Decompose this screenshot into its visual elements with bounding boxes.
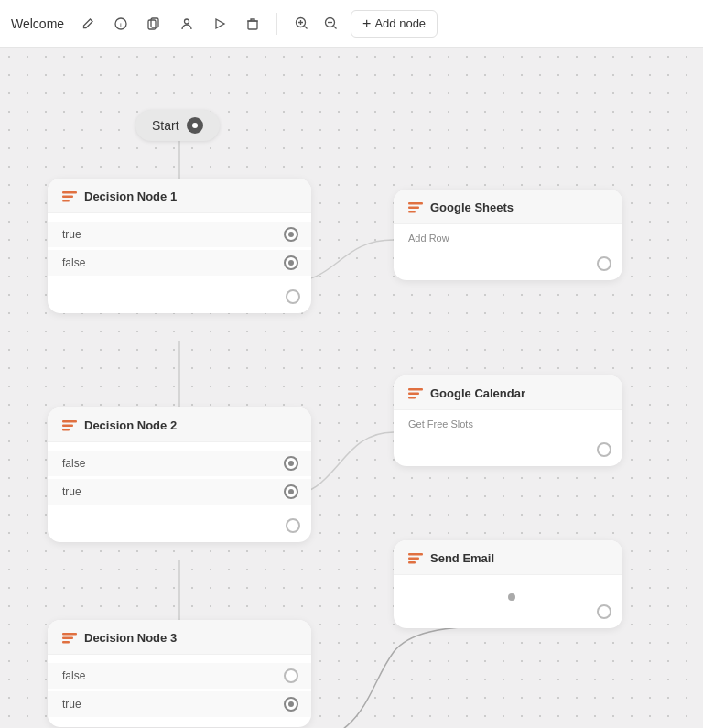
workflow-title: Welcome — [11, 16, 64, 31]
port-true-out-3[interactable] — [284, 697, 298, 712]
google-calendar-subtitle: Get Free Slots — [408, 418, 608, 429]
svg-rect-26 — [408, 561, 416, 564]
decision-node-1[interactable]: Decision Node 1 true false — [48, 179, 311, 313]
delete-button[interactable] — [240, 11, 265, 37]
svg-rect-25 — [408, 557, 419, 560]
google-calendar-body: Get Free Slots — [394, 410, 622, 433]
user-button[interactable] — [174, 11, 200, 37]
google-sheets-header: Google Sheets — [394, 190, 622, 224]
send-email-connector-dot — [508, 593, 515, 601]
toolbar: Welcome i — [0, 0, 703, 48]
start-node[interactable]: Start — [135, 110, 220, 141]
send-email-icon — [408, 553, 423, 564]
decision-node-2-row-true: true — [48, 479, 311, 505]
start-dot — [187, 117, 203, 134]
play-button[interactable] — [207, 11, 233, 37]
svg-rect-20 — [408, 211, 416, 213]
google-sheets-subtitle: Add Row — [408, 233, 608, 244]
svg-rect-15 — [62, 633, 77, 636]
info-icon: i — [114, 17, 127, 30]
google-sheets-title: Google Sheets — [430, 201, 514, 214]
svg-marker-5 — [216, 19, 224, 28]
port-false-out-3[interactable] — [284, 668, 298, 683]
svg-rect-16 — [62, 636, 73, 639]
svg-rect-17 — [62, 641, 70, 644]
decision-node-3[interactable]: Decision Node 3 false true — [48, 620, 311, 727]
google-sheets-node[interactable]: Google Sheets Add Row — [394, 190, 622, 280]
port-true-out[interactable] — [284, 227, 298, 242]
google-calendar-node[interactable]: Google Calendar Get Free Slots — [394, 375, 622, 466]
node-output-port-2[interactable] — [286, 518, 300, 533]
info-button[interactable]: i — [108, 11, 134, 37]
edit-button[interactable] — [75, 11, 101, 37]
decision-node-1-header: Decision Node 1 — [48, 179, 311, 213]
zoom-controls — [288, 11, 343, 37]
decision-node-1-title: Decision Node 1 — [84, 190, 177, 203]
decision-node-1-footer — [48, 286, 311, 313]
decision-node-1-body: true false — [48, 213, 311, 286]
port-false-out[interactable] — [284, 255, 298, 270]
decision-node-2-row-false: false — [48, 451, 311, 476]
google-calendar-title: Google Calendar — [430, 386, 525, 400]
send-email-body — [394, 575, 622, 595]
user-icon — [180, 17, 193, 30]
svg-rect-24 — [408, 553, 423, 556]
workflow-canvas: Start Decision Node 1 true false — [0, 48, 703, 728]
add-node-button[interactable]: + Add node — [351, 10, 438, 38]
svg-rect-23 — [408, 397, 416, 399]
send-email-header: Send Email — [394, 540, 622, 575]
decision-node-2-header: Decision Node 2 — [48, 407, 311, 442]
port-false-out-2[interactable] — [284, 456, 298, 471]
svg-rect-10 — [62, 195, 73, 198]
trash-icon — [246, 17, 259, 30]
decision-node-3-row-false: false — [48, 663, 311, 689]
zoom-out-button[interactable] — [318, 11, 343, 37]
svg-rect-6 — [248, 21, 257, 29]
decision-node-3-row-true: true — [48, 691, 311, 717]
send-email-title: Send Email — [430, 551, 494, 565]
decision-node-1-row-false: false — [48, 250, 311, 276]
google-calendar-header: Google Calendar — [394, 375, 622, 410]
svg-rect-11 — [62, 200, 70, 202]
send-email-node[interactable]: Send Email — [394, 540, 622, 628]
svg-rect-13 — [62, 424, 73, 427]
decision-node-2[interactable]: Decision Node 2 false true — [48, 407, 311, 542]
copy-button[interactable] — [141, 11, 167, 37]
svg-text:i: i — [120, 21, 122, 29]
decision-node-1-row-true: true — [48, 222, 311, 247]
edit-icon — [81, 17, 94, 30]
google-sheets-icon — [408, 202, 423, 213]
zoom-in-icon — [295, 16, 308, 30]
google-sheets-output-port[interactable] — [597, 256, 611, 271]
decision-node-1-icon — [62, 191, 77, 202]
send-email-footer — [394, 595, 622, 628]
decision-node-3-title: Decision Node 3 — [84, 631, 177, 645]
svg-rect-14 — [62, 429, 70, 431]
zoom-out-icon — [324, 16, 338, 30]
play-icon — [213, 17, 226, 30]
svg-rect-9 — [62, 191, 77, 194]
zoom-in-button[interactable] — [288, 11, 314, 37]
copy-icon — [147, 17, 160, 30]
toolbar-divider — [276, 13, 277, 35]
decision-node-3-header: Decision Node 3 — [48, 620, 311, 655]
send-email-output-port[interactable] — [597, 604, 611, 619]
port-true-out-2[interactable] — [284, 484, 298, 499]
svg-rect-18 — [408, 202, 423, 205]
decision-node-3-icon — [62, 633, 77, 644]
add-icon: + — [362, 16, 371, 31]
decision-node-2-footer — [48, 515, 311, 542]
svg-point-4 — [185, 19, 189, 24]
svg-rect-19 — [408, 206, 419, 209]
decision-node-2-body: false true — [48, 442, 311, 515]
decision-node-3-body: false true — [48, 655, 311, 727]
google-calendar-icon — [408, 388, 423, 399]
google-calendar-footer — [394, 433, 622, 466]
start-label: Start — [152, 118, 179, 133]
svg-rect-12 — [62, 420, 77, 423]
google-calendar-output-port[interactable] — [597, 442, 611, 457]
google-sheets-body: Add Row — [394, 224, 622, 247]
decision-node-2-icon — [62, 420, 77, 431]
node-output-port[interactable] — [286, 289, 300, 304]
google-sheets-footer — [394, 247, 622, 280]
